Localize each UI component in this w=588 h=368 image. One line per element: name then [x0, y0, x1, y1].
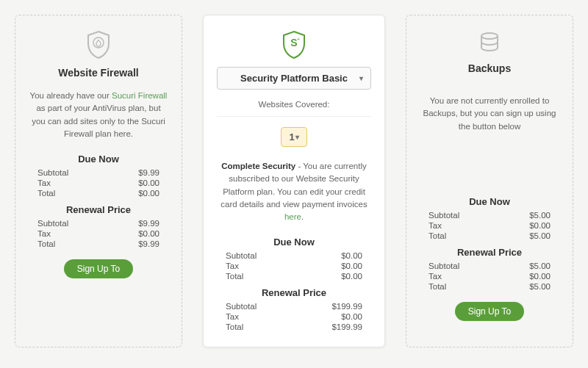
backups-signup-button[interactable]: Sign Up To: [455, 302, 524, 321]
table-row: Tax$0.00: [29, 178, 168, 188]
tax-label: Tax: [37, 178, 51, 187]
chevron-down-icon: ▾: [295, 133, 299, 141]
invoices-here-link[interactable]: here: [284, 212, 301, 221]
subtotal-value: $9.99: [138, 168, 159, 177]
total-value: $0.00: [138, 189, 159, 198]
tax-value: $0.00: [529, 221, 551, 230]
tax-value: $0.00: [138, 178, 159, 187]
spacer: [420, 146, 559, 190]
platform-desc-post: .: [301, 212, 304, 221]
divider: [217, 116, 371, 117]
platform-due-now-title: Due Now: [217, 237, 371, 248]
table-row: Tax$0.00: [217, 311, 371, 322]
subtotal-label: Subtotal: [37, 219, 68, 228]
platform-card: S+ Security Platform Basic ▾ Websites Co…: [203, 15, 385, 347]
tax-value: $0.00: [341, 312, 362, 321]
total-label: Total: [429, 231, 446, 240]
svg-text:+: +: [297, 37, 300, 42]
table-row: Total$5.00: [420, 281, 559, 292]
websites-covered-label: Websites Covered:: [217, 100, 371, 109]
table-row: Subtotal$0.00: [217, 250, 371, 261]
backups-due-now-title: Due Now: [420, 196, 559, 207]
subtotal-value: $5.00: [529, 261, 551, 270]
table-row: Subtotal$5.00: [420, 261, 559, 271]
backups-description: You are not currently enrolled to Backup…: [420, 95, 559, 133]
platform-renewal-title: Renewal Price: [217, 287, 371, 298]
tax-label: Tax: [226, 261, 239, 270]
subtotal-value: $9.99: [138, 219, 159, 228]
chevron-down-icon: ▾: [359, 74, 363, 82]
table-row: Total$0.00: [29, 188, 168, 198]
total-value: $9.99: [138, 239, 159, 248]
table-row: Tax$0.00: [29, 228, 168, 239]
subtotal-label: Subtotal: [429, 211, 459, 220]
table-row: Total$199.99: [217, 322, 371, 332]
tax-label: Tax: [37, 229, 51, 238]
firewall-desc-post: as part of your AntiVirus plan, but you …: [32, 104, 165, 138]
table-row: Tax$0.00: [420, 271, 559, 281]
total-label: Total: [226, 272, 243, 281]
platform-desc-strong: Complete Security: [221, 162, 295, 170]
websites-quantity-select[interactable]: 1 ▾: [281, 127, 306, 147]
tax-value: $0.00: [138, 229, 159, 238]
total-value: $199.99: [331, 322, 362, 331]
table-row: Total$5.00: [420, 231, 559, 241]
tax-value: $0.00: [529, 272, 551, 281]
sucuri-firewall-link[interactable]: Sucuri Firewall: [112, 91, 167, 100]
backups-card: Backups You are not currently enrolled t…: [406, 15, 573, 347]
total-label: Total: [429, 282, 446, 291]
platform-description: Complete Security - You are currently su…: [217, 160, 371, 223]
plan-select-label: Security Platform Basic: [240, 73, 348, 84]
tax-value: $0.00: [341, 261, 362, 270]
total-label: Total: [226, 322, 243, 331]
table-row: Subtotal$5.00: [420, 210, 559, 220]
plan-select[interactable]: Security Platform Basic ▾: [217, 67, 371, 90]
firewall-due-now-title: Due Now: [29, 154, 168, 165]
plans-container: Website Firewall You already have our Su…: [15, 15, 573, 347]
subtotal-value: $199.99: [331, 302, 362, 311]
total-value: $5.00: [529, 282, 551, 291]
table-row: Tax$0.00: [217, 261, 371, 271]
table-row: Total$9.99: [29, 239, 168, 249]
firewall-desc-pre: You already have our: [30, 91, 112, 100]
total-value: $5.00: [529, 231, 551, 240]
tax-label: Tax: [429, 221, 442, 230]
platform-shield-icon: S+: [217, 30, 371, 59]
total-value: $0.00: [341, 272, 362, 281]
backups-renewal-title: Renewal Price: [420, 247, 559, 258]
total-label: Total: [37, 189, 55, 198]
table-row: Subtotal$9.99: [29, 167, 168, 178]
firewall-title: Website Firewall: [29, 67, 168, 79]
firewall-card: Website Firewall You already have our Su…: [15, 15, 182, 347]
tax-label: Tax: [429, 272, 442, 281]
backups-title: Backups: [420, 62, 559, 74]
table-row: Tax$0.00: [420, 220, 559, 231]
subtotal-label: Subtotal: [226, 302, 257, 311]
firewall-renewal-title: Renewal Price: [29, 204, 168, 215]
firewall-shield-icon: [29, 30, 168, 59]
total-label: Total: [37, 239, 55, 248]
firewall-signup-button[interactable]: Sign Up To: [64, 259, 133, 278]
subtotal-label: Subtotal: [429, 261, 459, 270]
svg-point-3: [481, 33, 498, 39]
tax-label: Tax: [226, 312, 239, 321]
table-row: Subtotal$9.99: [29, 218, 168, 228]
table-row: Total$0.00: [217, 271, 371, 281]
subtotal-label: Subtotal: [226, 251, 257, 260]
quantity-value: 1: [289, 131, 294, 142]
subtotal-label: Subtotal: [37, 168, 68, 177]
table-row: Subtotal$199.99: [217, 301, 371, 311]
subtotal-value: $0.00: [341, 251, 362, 260]
firewall-description: You already have our Sucuri Firewall as …: [29, 90, 168, 140]
backups-database-icon: [420, 30, 559, 55]
subtotal-value: $5.00: [529, 211, 551, 220]
